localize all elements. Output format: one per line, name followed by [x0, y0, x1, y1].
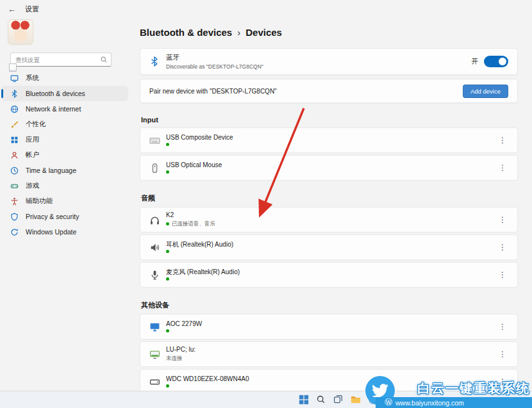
device-row-microphone[interactable]: 麦克风 (Realtek(R) Audio) ⋮	[140, 262, 518, 288]
task-view-icon[interactable]	[332, 393, 344, 405]
more-options-button[interactable]: ⋮	[497, 322, 508, 331]
system-icon	[10, 74, 19, 83]
update-icon	[10, 228, 19, 236]
status-dot	[166, 222, 169, 225]
device-status	[166, 250, 233, 254]
section-title-other-devices: 其他设备	[141, 300, 518, 310]
shield-icon	[10, 213, 19, 221]
brush-icon	[10, 120, 19, 129]
device-row-aoc-monitor[interactable]: AOC 2279W ⋮	[140, 314, 518, 339]
device-row-lu-pc[interactable]: LU-PC; lu: 未连接 ⋮	[140, 341, 518, 367]
mouse-icon	[149, 163, 166, 174]
sidebar-item-label: Windows Update	[26, 228, 76, 236]
search-input[interactable]	[14, 56, 100, 64]
device-status: 未连接	[166, 355, 195, 363]
sidebar-item-apps[interactable]: 应用	[1, 132, 128, 147]
device-name: USB Optical Mouse	[166, 161, 222, 169]
status-dot	[166, 250, 169, 253]
sidebar-nav: 系统 Bluetooth & devices Network & interne…	[1, 70, 128, 240]
section-title-audio: 音频	[141, 193, 518, 203]
sidebar-item-accounts[interactable]: 帐户	[1, 147, 128, 163]
sidebar-item-label: 游戏	[26, 181, 39, 190]
device-row-earphone[interactable]: 耳机 (Realtek(R) Audio) ⋮	[140, 234, 518, 260]
sidebar-item-label: Bluetooth & devices	[26, 90, 85, 97]
status-dot	[166, 170, 169, 174]
device-name: AOC 2279W	[166, 320, 202, 328]
breadcrumb-parent[interactable]: Bluetooth & devices	[140, 27, 232, 38]
status-dot	[166, 384, 169, 388]
sidebar-item-system[interactable]: 系统	[1, 70, 128, 86]
main-content: Bluetooth & devices › Devices 蓝牙 Discove…	[140, 24, 518, 396]
search-box[interactable]	[10, 53, 112, 67]
more-options-button[interactable]: ⋮	[497, 215, 508, 224]
device-status	[166, 384, 249, 388]
device-row-k2[interactable]: K2 已连接语音、音乐 ⋮	[140, 207, 518, 233]
more-options-button[interactable]: ⋮	[497, 243, 508, 252]
headphones-icon	[149, 215, 166, 225]
sidebar-item-label: 辅助功能	[26, 197, 53, 206]
sidebar-item-label: Privacy & security	[26, 213, 79, 220]
device-row-usb-mouse[interactable]: USB Optical Mouse ⋮	[140, 155, 518, 181]
keyboard-icon	[149, 135, 166, 146]
device-status: 已连接语音、音乐	[166, 220, 215, 228]
more-options-button[interactable]: ⋮	[497, 136, 508, 145]
apps-grid-icon	[10, 136, 19, 144]
hard-drive-icon	[149, 377, 166, 388]
sidebar-item-time-language[interactable]: Time & language	[1, 163, 128, 178]
user-avatar	[8, 19, 33, 45]
sidebar-item-label: 系统	[26, 74, 39, 83]
more-options-button[interactable]: ⋮	[497, 163, 508, 172]
sidebar-item-label: 应用	[26, 135, 39, 144]
bluetooth-icon	[10, 90, 19, 98]
section-title-input: Input	[141, 116, 518, 124]
device-status	[166, 143, 233, 147]
gamepad-icon	[10, 182, 19, 190]
status-dot	[166, 329, 169, 332]
accessibility-icon	[10, 197, 19, 206]
taskbar-search-icon[interactable]	[315, 393, 327, 405]
microphone-icon	[149, 270, 166, 281]
network-pc-icon	[149, 349, 166, 360]
device-name: 耳机 (Realtek(R) Audio)	[166, 241, 233, 249]
device-status	[166, 170, 222, 174]
globe-icon	[10, 105, 19, 113]
sidebar-item-label: 个性化	[26, 120, 46, 129]
status-text: 未连接	[166, 355, 183, 363]
more-options-button[interactable]: ⋮	[497, 350, 508, 359]
watermark-url-bar: Ⓦ www.baiyunxitong.com	[376, 397, 532, 408]
device-name: K2	[166, 211, 215, 219]
start-button[interactable]	[297, 393, 310, 405]
bluetooth-toggle[interactable]	[484, 56, 508, 67]
search-icon	[100, 56, 108, 63]
sidebar-item-bluetooth-devices[interactable]: Bluetooth & devices	[1, 86, 128, 101]
add-device-button[interactable]: Add device	[463, 85, 508, 98]
watermark-logo-letter: Ⓦ	[385, 397, 392, 408]
sidebar-item-accessibility[interactable]: 辅助功能	[1, 193, 128, 209]
breadcrumb: Bluetooth & devices › Devices	[140, 27, 518, 38]
sidebar-item-windows-update[interactable]: Windows Update	[1, 224, 128, 240]
more-options-button[interactable]: ⋮	[497, 270, 508, 279]
watermark-title: 白云一键重装系统	[417, 380, 530, 397]
sidebar-item-network[interactable]: Network & internet	[1, 101, 128, 117]
sidebar-item-label: Network & internet	[26, 105, 81, 113]
sidebar-item-gaming[interactable]: 游戏	[1, 178, 128, 193]
device-status	[166, 277, 240, 281]
status-text: 已连接语音、音乐	[172, 220, 215, 228]
app-title: 设置	[25, 4, 39, 14]
bluetooth-title: 蓝牙	[166, 53, 263, 62]
file-explorer-icon[interactable]	[349, 393, 362, 405]
device-row-usb-composite[interactable]: USB Composite Device ⋮	[140, 127, 518, 153]
watermark-url: www.baiyunxitong.com	[395, 399, 464, 407]
pair-device-label: Pair new device with "DESKTOP-L7G8CQN"	[149, 88, 277, 95]
sidebar-item-label: 帐户	[26, 151, 39, 159]
speaker-icon	[149, 242, 166, 253]
sidebar-item-privacy-security[interactable]: Privacy & security	[1, 209, 128, 224]
bluetooth-card: 蓝牙 Discoverable as "DESKTOP-L7G8CQN" 开	[140, 48, 518, 75]
page-title: Devices	[245, 27, 282, 38]
status-dot	[166, 277, 169, 281]
sidebar-item-personalization[interactable]: 个性化	[1, 117, 128, 132]
back-icon[interactable]: ←	[8, 4, 16, 14]
person-icon	[10, 151, 19, 159]
sidebar-item-label: Time & language	[26, 167, 76, 174]
device-name: 麦克风 (Realtek(R) Audio)	[166, 268, 240, 276]
